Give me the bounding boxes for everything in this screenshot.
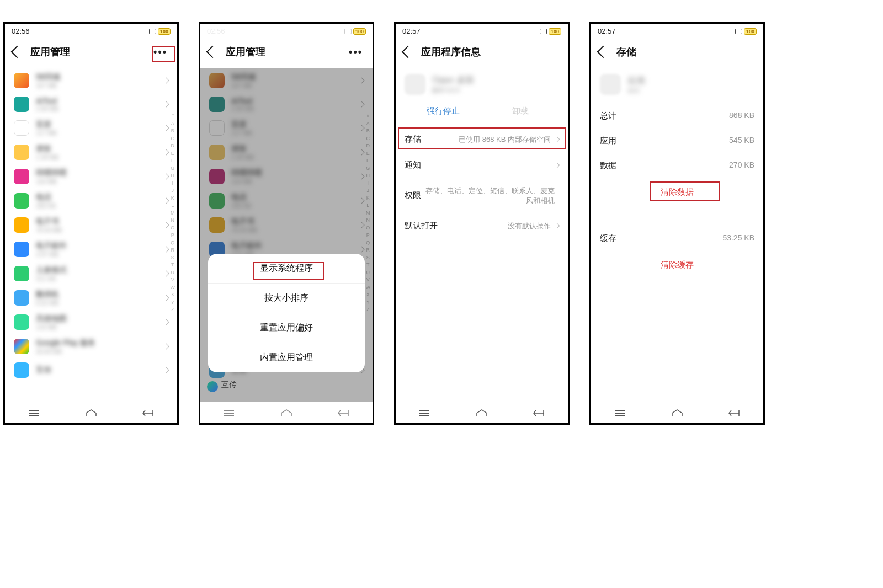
home-icon[interactable] — [279, 409, 294, 418]
notifications-row[interactable]: 通知 — [396, 152, 568, 178]
home-icon[interactable] — [83, 409, 99, 418]
page-title: 应用程序信息 — [421, 45, 560, 58]
recents-icon[interactable] — [612, 409, 627, 418]
nav-back-icon[interactable] — [531, 409, 547, 418]
permissions-row[interactable]: 权限 存储、电话、定位、短信、联系人、麦克风和相机 — [396, 178, 568, 213]
app-list-item[interactable]: 58同城107 MB — [5, 68, 177, 93]
app-text: 58同城107 MB — [36, 72, 157, 89]
back-icon[interactable] — [11, 46, 24, 58]
home-icon[interactable] — [474, 409, 490, 418]
back-icon[interactable] — [597, 46, 610, 58]
alpha-index-letter[interactable]: I — [171, 180, 175, 188]
alpha-index-letter[interactable]: C — [171, 135, 175, 143]
annotation-highlight — [398, 127, 566, 149]
force-stop-button[interactable]: 强行停止 — [405, 106, 482, 116]
alpha-index-letter[interactable]: H — [171, 172, 175, 180]
app-icon — [14, 339, 29, 354]
app-list-item[interactable]: 高德地图116 MB — [5, 310, 177, 334]
alpha-index-letter[interactable]: F — [171, 157, 175, 165]
nav-back-icon[interactable] — [336, 409, 352, 418]
app-list-item[interactable]: 哔哩哔哩120 MB — [5, 164, 177, 189]
recents-icon[interactable] — [417, 409, 432, 418]
app-list-item[interactable]: 便签1.34 MB — [5, 140, 177, 164]
row-label: 数据 — [600, 161, 616, 171]
status-bar: 02:56 100 — [200, 24, 373, 39]
alpha-index-letter[interactable]: W — [171, 284, 175, 292]
nav-back-icon[interactable] — [141, 409, 156, 418]
data-size-row: 数据 270 KB — [591, 153, 763, 178]
sim-icon — [344, 29, 352, 34]
alpha-index-letter[interactable]: V — [171, 276, 175, 284]
clear-cache-button[interactable]: 清除缓存 — [591, 251, 763, 279]
alpha-index-letter[interactable]: K — [171, 195, 175, 202]
title-bar: 存储 — [591, 39, 763, 68]
alpha-index-letter[interactable]: J — [171, 187, 175, 195]
alpha-index-letter[interactable]: Z — [171, 306, 175, 314]
home-icon[interactable] — [669, 409, 685, 418]
screen-storage: 02:57 100 存储 应用 v6.0 总计 868 KB 应用 545 KB… — [589, 22, 765, 425]
alpha-index-letter[interactable]: X — [171, 291, 175, 299]
alpha-index-letter[interactable]: O — [171, 224, 175, 232]
alpha-index-letter[interactable]: Q — [171, 239, 175, 247]
alpha-index-letter[interactable]: B — [171, 127, 175, 135]
clock: 02:56 — [12, 27, 30, 35]
alpha-index-letter[interactable]: G — [171, 165, 175, 173]
page-title: 应用管理 — [226, 45, 338, 58]
alpha-index-letter[interactable]: M — [171, 210, 175, 217]
alpha-index-letter[interactable]: L — [171, 202, 175, 210]
default-open-row[interactable]: 默认打开 没有默认操作 — [396, 213, 568, 239]
app-text: 电子邮件3.47 MB — [36, 241, 157, 258]
alpha-index-letter[interactable]: A — [171, 120, 175, 128]
menu-sort-by-size[interactable]: 按大小排序 — [208, 284, 365, 313]
back-icon[interactable] — [402, 46, 414, 58]
app-list-item[interactable]: 百度117 MB — [5, 116, 177, 140]
alpha-index-letter[interactable]: P — [171, 232, 175, 239]
alpha-index-letter[interactable]: D — [171, 142, 175, 150]
chevron-right-icon — [163, 246, 169, 252]
nav-bar — [5, 402, 177, 423]
app-list-item[interactable]: 儿童模式211 KB — [5, 261, 177, 286]
app-icon — [405, 74, 425, 95]
app-icon — [207, 381, 218, 392]
row-label: 通知 — [405, 160, 421, 170]
app-list-item[interactable]: 互传 — [5, 359, 177, 382]
alpha-index-letter[interactable]: N — [171, 217, 175, 224]
recents-icon[interactable] — [26, 409, 41, 418]
status-bar: 02:57 100 — [591, 24, 763, 39]
alpha-index-letter[interactable]: # — [171, 113, 175, 120]
alpha-index[interactable]: #ABCDEFGHIJKLMNOPQRSTUVWXYZ — [171, 113, 175, 314]
app-text: Google Play 服务20.84 MB — [36, 338, 157, 355]
menu-builtin-app-mgmt[interactable]: 内置应用管理 — [208, 343, 365, 372]
row-value: 存储、电话、定位、短信、联系人、麦克风和相机 — [421, 186, 559, 205]
app-list-item[interactable]: Google Play 服务20.84 MB — [5, 334, 177, 359]
app-header: 应用 v6.0 — [591, 68, 763, 104]
app-list-item[interactable]: 翻译机6.52 MB — [5, 286, 177, 310]
battery-icon: 100 — [744, 28, 757, 35]
uninstall-button[interactable]: 卸载 — [482, 106, 559, 116]
app-list-item[interactable]: 电子邮件3.47 MB — [5, 237, 177, 261]
app-list-item[interactable]: 电话258 KB — [5, 189, 177, 213]
app-list-item[interactable]: AiTool2.84 MB — [5, 93, 177, 116]
alpha-index-letter[interactable]: R — [171, 247, 175, 254]
clock: 02:57 — [598, 27, 616, 35]
clock: 02:56 — [207, 27, 225, 35]
row-value: 545 KB — [729, 136, 754, 146]
app-text: 便签1.34 MB — [36, 144, 157, 161]
screen-app-info: 02:57 100 应用程序信息 Oppo 桌面 版本 6.0.3 强行停止 卸… — [394, 22, 570, 425]
nav-bar — [591, 402, 763, 423]
nav-back-icon[interactable] — [727, 409, 742, 418]
alpha-index-letter[interactable]: T — [171, 261, 175, 269]
alpha-index-letter[interactable]: S — [171, 254, 175, 262]
more-menu-button[interactable]: ••• — [347, 46, 365, 58]
back-icon[interactable] — [206, 46, 219, 58]
recents-icon[interactable] — [221, 409, 237, 418]
app-icon — [14, 217, 29, 233]
menu-reset-preferences[interactable]: 重置应用偏好 — [208, 313, 365, 343]
app-text: AiTool2.84 MB — [36, 97, 157, 112]
alpha-index-letter[interactable]: E — [171, 150, 175, 158]
row-label: 应用 — [600, 136, 616, 146]
title-bar: 应用程序信息 — [396, 39, 568, 68]
app-list-item[interactable]: 电子书79.43 MB — [5, 213, 177, 237]
alpha-index-letter[interactable]: U — [171, 269, 175, 277]
alpha-index-letter[interactable]: Y — [171, 299, 175, 307]
